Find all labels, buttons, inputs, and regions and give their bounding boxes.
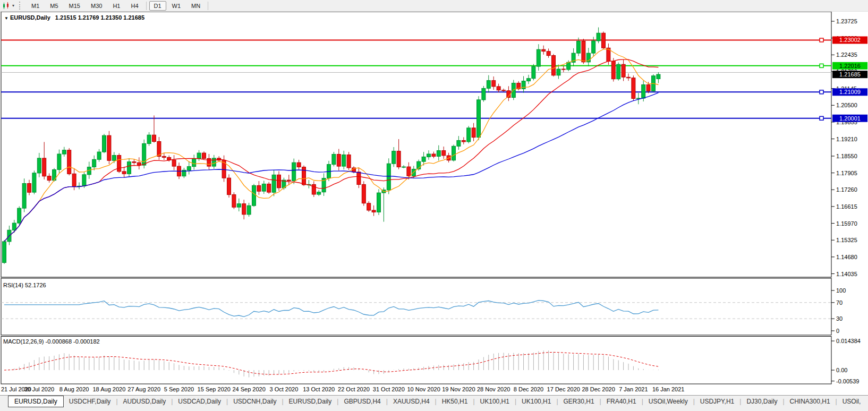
toolbar-grip[interactable] [19, 2, 22, 10]
chart-canvas[interactable]: 1.237251.230801.224351.217901.211451.205… [0, 12, 868, 395]
collapse-icon[interactable]: ▼ [4, 16, 8, 21]
chart-tab-usdcnh-daily[interactable]: USDCNH,Daily [228, 396, 282, 407]
chart-tab-eurusd-daily[interactable]: EURUSD,Daily [284, 396, 337, 407]
svg-text:0.00: 0.00 [836, 367, 847, 373]
chart-tab-usdcad-daily[interactable]: USDCAD,Daily [173, 396, 226, 407]
svg-text:70: 70 [836, 299, 843, 306]
chart-tab-usoil-[interactable]: USOil, [837, 396, 866, 407]
svg-text:1.19210: 1.19210 [836, 136, 857, 142]
timeframe-button-M15[interactable]: M15 [64, 1, 85, 11]
svg-text:16 Jan 2021: 16 Jan 2021 [652, 386, 685, 392]
chart-tab-xauusd-h4[interactable]: XAUUSD,H4 [388, 396, 435, 407]
candlestick-chart-icon [2, 2, 11, 10]
chart-tab-china300-h1[interactable]: CHINA300,H1 [785, 396, 836, 407]
svg-text:1.21685: 1.21685 [839, 71, 861, 78]
svg-text:1.23725: 1.23725 [836, 18, 857, 24]
svg-text:1.22016: 1.22016 [839, 63, 861, 69]
svg-text:-0.00539: -0.00539 [836, 378, 859, 384]
chart-tab-dj30-daily[interactable]: DJ30,Daily [741, 396, 782, 407]
svg-text:1.15970: 1.15970 [836, 220, 857, 227]
svg-text:17 Dec 2020: 17 Dec 2020 [547, 386, 580, 392]
timeframe-button-MN[interactable]: MN [186, 1, 205, 11]
chart-tab-audusd-daily[interactable]: AUDUSD,Daily [118, 396, 172, 407]
svg-text:1.14035: 1.14035 [836, 271, 857, 277]
svg-text:10 Nov 2020: 10 Nov 2020 [407, 386, 440, 392]
timeframe-button-W1[interactable]: W1 [167, 1, 186, 11]
svg-text:1.23002: 1.23002 [839, 37, 861, 43]
chart-tabs: EURUSD,DailyUSDCHF,Daily|AUDUSD,Daily|US… [0, 396, 866, 407]
svg-text:18 Aug 2020: 18 Aug 2020 [93, 386, 126, 392]
chart-tab-hk50-h1[interactable]: HK50,H1 [437, 396, 473, 407]
svg-text:30: 30 [836, 315, 843, 322]
svg-text:1.17905: 1.17905 [836, 170, 857, 176]
svg-text:1.20001: 1.20001 [839, 115, 861, 122]
svg-text:22 Oct 2020: 22 Oct 2020 [338, 386, 370, 392]
timeframe-buttons: M1M5M15M30H1H4D1W1MN [26, 1, 210, 11]
timeframe-button-M1[interactable]: M1 [27, 1, 44, 11]
chart-tab-eurusd-daily[interactable]: EURUSD,Daily [8, 396, 64, 407]
hline-handle[interactable] [820, 38, 823, 42]
chart-symbol-label: EURUSD,Daily [10, 14, 50, 21]
chart-type-button[interactable]: ▾ [2, 2, 16, 10]
svg-text:1.17260: 1.17260 [836, 186, 857, 193]
svg-text:24 Sep 2020: 24 Sep 2020 [232, 386, 265, 392]
svg-text:0: 0 [836, 328, 839, 334]
chart-tab-usdjpy-h1[interactable]: USDJPY,H1 [695, 396, 739, 407]
toolbar-separator [146, 2, 147, 10]
timeframe-button-H1[interactable]: H1 [108, 1, 125, 11]
svg-text:28 Dec 2020: 28 Dec 2020 [582, 386, 615, 392]
chart-tab-usdchf-daily[interactable]: USDCHF,Daily [64, 396, 116, 407]
timeframe-button-H4[interactable]: H4 [126, 1, 143, 11]
rsi-indicator-label: RSI(14) 52.1726 [3, 282, 46, 288]
chart-tab-usoil-weekly[interactable]: USOil,Weekly [643, 396, 693, 407]
top-toolbar: ▾ M1M5M15M30H1H4D1W1MN [0, 0, 868, 12]
hline-handle[interactable] [820, 64, 823, 67]
svg-text:8 Dec 2020: 8 Dec 2020 [514, 386, 543, 392]
macd-panel[interactable] [1, 337, 831, 384]
svg-text:5 Sep 2020: 5 Sep 2020 [164, 386, 194, 392]
timeframe-button-M30[interactable]: M30 [86, 1, 107, 11]
chart-title: ▼ EURUSD,Daily 1.21515 1.21769 1.21350 1… [4, 14, 144, 21]
hline-handle[interactable] [820, 116, 823, 120]
rsi-panel[interactable] [1, 278, 831, 335]
chart-tab-uk100-h1[interactable]: UK100,H1 [516, 396, 556, 407]
svg-text:3 Oct 2020: 3 Oct 2020 [269, 386, 298, 392]
macd-indicator-label: MACD(12,26,9) -0.000868 -0.000182 [3, 338, 100, 345]
toolbar-separator [208, 2, 208, 10]
svg-text:1.21009: 1.21009 [839, 89, 861, 95]
svg-text:1.18550: 1.18550 [836, 153, 857, 159]
chart-tab-gbpusd-h4[interactable]: GBPUSD,H4 [338, 396, 386, 407]
svg-text:1.14680: 1.14680 [836, 254, 857, 260]
time-axis: 21 Jul 202030 Jul 20208 Aug 202018 Aug 2… [1, 386, 684, 392]
timeframe-button-D1[interactable]: D1 [149, 1, 166, 11]
chart-tab-fra40-h1[interactable]: FRA40,H1 [601, 396, 642, 407]
svg-text:1.15325: 1.15325 [836, 237, 857, 243]
svg-text:15 Sep 2020: 15 Sep 2020 [198, 386, 231, 392]
svg-text:0.014384: 0.014384 [836, 338, 861, 344]
svg-text:7 Jan 2021: 7 Jan 2021 [619, 386, 648, 392]
svg-text:19 Nov 2020: 19 Nov 2020 [442, 386, 475, 392]
svg-text:1.20500: 1.20500 [836, 102, 857, 108]
svg-text:8 Aug 2020: 8 Aug 2020 [59, 386, 89, 392]
dropdown-caret-icon: ▾ [12, 3, 14, 8]
svg-text:30 Jul 2020: 30 Jul 2020 [24, 386, 54, 392]
chart-tab-uk100-h1[interactable]: UK100,H1 [475, 396, 515, 407]
svg-text:100: 100 [836, 287, 846, 294]
main-chart-panel[interactable] [1, 12, 831, 277]
chart-ohlc-values: 1.21515 1.21769 1.21350 1.21685 [55, 14, 144, 21]
svg-text:13 Oct 2020: 13 Oct 2020 [303, 386, 335, 392]
chart-tab-bar: EURUSD,DailyUSDCHF,Daily|AUDUSD,Daily|US… [0, 395, 868, 411]
svg-text:27 Aug 2020: 27 Aug 2020 [127, 386, 160, 392]
hline-handle[interactable] [820, 90, 823, 94]
svg-text:31 Oct 2020: 31 Oct 2020 [373, 386, 405, 392]
svg-text:1.22435: 1.22435 [836, 52, 857, 58]
svg-text:28 Nov 2020: 28 Nov 2020 [477, 386, 510, 392]
tab-scroll-arrows: ◀ ▶ [866, 396, 868, 404]
chart-tab-ger30-h1[interactable]: GER30,H1 [558, 396, 600, 407]
timeframe-button-M5[interactable]: M5 [45, 1, 63, 11]
svg-text:1.16615: 1.16615 [836, 203, 857, 210]
